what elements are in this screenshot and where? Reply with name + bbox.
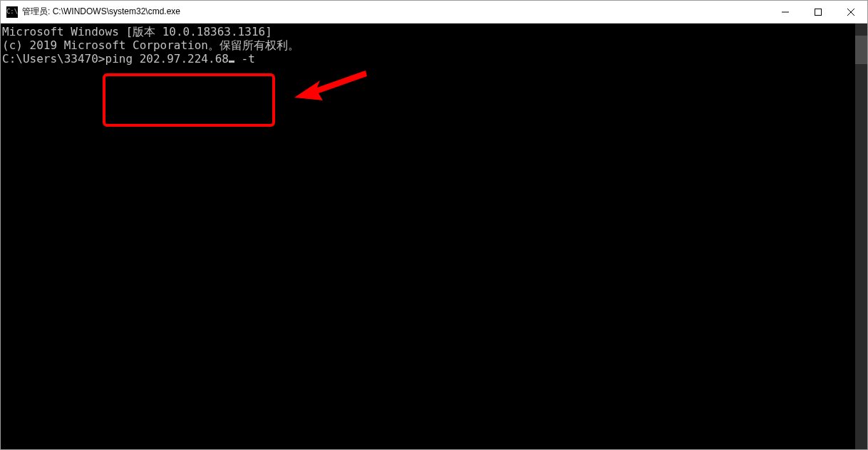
- scrollbar[interactable]: [855, 23, 867, 449]
- terminal-prompt-line: C:\Users\33470>ping 202.97.224.68 -t: [2, 52, 855, 66]
- maximize-button[interactable]: [802, 1, 835, 23]
- terminal-area: Microsoft Windows [版本 10.0.18363.1316](c…: [1, 23, 867, 449]
- command-text-1: ping 202.97.224.68: [105, 52, 229, 66]
- svg-rect-1: [815, 9, 822, 15]
- minimize-button[interactable]: [769, 1, 802, 23]
- titlebar[interactable]: C:\ 管理员: C:\WINDOWS\system32\cmd.exe: [1, 1, 867, 23]
- close-button[interactable]: [835, 1, 867, 23]
- scrollbar-thumb[interactable]: [855, 36, 867, 64]
- terminal-line-2: (c) 2019 Microsoft Corporation。保留所有权利。: [2, 38, 855, 52]
- cmd-window: C:\ 管理员: C:\WINDOWS\system32\cmd.exe: [0, 0, 868, 450]
- cursor: [229, 61, 234, 63]
- cmd-icon: C:\: [6, 6, 18, 18]
- command-text-2: -t: [234, 52, 255, 66]
- terminal-line-1: Microsoft Windows [版本 10.0.18363.1316]: [2, 25, 855, 38]
- terminal-content[interactable]: Microsoft Windows [版本 10.0.18363.1316](c…: [1, 23, 855, 449]
- highlight-annotation: [103, 73, 275, 127]
- arrow-annotation: [291, 63, 370, 106]
- prompt-text: C:\Users\33470>: [2, 52, 105, 66]
- svg-marker-4: [294, 70, 367, 100]
- maximize-icon: [815, 9, 822, 16]
- minimize-icon: [782, 9, 789, 16]
- window-controls: [769, 1, 867, 23]
- close-icon: [847, 9, 854, 16]
- window-title: 管理员: C:\WINDOWS\system32\cmd.exe: [22, 6, 769, 18]
